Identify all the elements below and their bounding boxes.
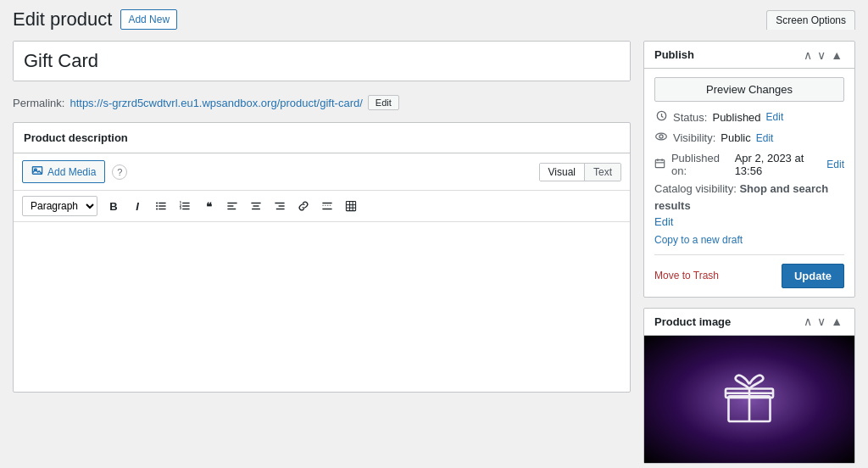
- status-edit-link[interactable]: Edit: [766, 111, 784, 123]
- product-image-title: Product image: [654, 315, 731, 328]
- preview-changes-button[interactable]: Preview Changes: [654, 77, 844, 102]
- unordered-list-button[interactable]: [150, 195, 172, 217]
- add-media-label: Add Media: [47, 166, 96, 178]
- visibility-label: Visibility:: [673, 131, 715, 144]
- description-postbox-title: Product description: [24, 131, 128, 144]
- publish-postbox-content: Preview Changes Status: Published Edit: [644, 69, 854, 297]
- published-value: Apr 2, 2023 at 13:56: [735, 152, 822, 177]
- italic-button[interactable]: I: [126, 195, 148, 217]
- status-value: Published: [712, 111, 760, 124]
- svg-rect-16: [227, 209, 236, 209]
- bold-button[interactable]: B: [103, 195, 125, 217]
- permalink-row: Permalink: https://s-grzrd5cwdtvrl.eu1.w…: [13, 92, 631, 112]
- visibility-edit-link[interactable]: Edit: [756, 132, 774, 144]
- svg-rect-22: [276, 209, 285, 209]
- help-icon[interactable]: ?: [112, 164, 127, 180]
- visibility-row: Visibility: Public Edit: [654, 131, 844, 145]
- svg-rect-4: [159, 209, 165, 209]
- status-icon: [654, 110, 668, 124]
- published-row: Published on: Apr 2, 2023 at 13:56 Edit: [654, 152, 844, 177]
- catalog-edit-link[interactable]: Edit: [654, 214, 844, 231]
- svg-rect-34: [656, 160, 665, 168]
- publish-meta: Status: Published Edit Visibility: Publi…: [654, 110, 844, 177]
- product-image-collapse-icons: ∧ ∨ ▲: [802, 315, 844, 327]
- svg-rect-15: [227, 205, 233, 206]
- product-image-collapse-down[interactable]: ∨: [815, 315, 827, 327]
- add-media-button[interactable]: Add Media: [22, 160, 105, 183]
- calendar-icon: [654, 158, 666, 171]
- catalog-label: Catalog visibility:: [654, 182, 737, 195]
- publish-postbox-title: Publish: [654, 48, 694, 61]
- svg-text:3: 3: [180, 206, 182, 210]
- page-title: Edit product: [13, 8, 112, 31]
- published-edit-link[interactable]: Edit: [826, 159, 844, 170]
- edit-permalink-button[interactable]: Edit: [368, 95, 399, 110]
- permalink-link[interactable]: https://s-grzrd5cwdtvrl.eu1.wpsandbox.or…: [70, 97, 362, 109]
- svg-rect-21: [279, 205, 285, 206]
- svg-rect-3: [159, 205, 165, 206]
- collapse-icons: ∧ ∨ ▲: [802, 49, 844, 61]
- editor-content[interactable]: [14, 222, 630, 392]
- product-image-preview[interactable]: [644, 336, 854, 463]
- align-center-button[interactable]: [245, 195, 267, 217]
- collapse-up-button[interactable]: ∧: [802, 49, 814, 61]
- description-postbox-header: Product description: [14, 123, 630, 153]
- copy-draft-link[interactable]: Copy to a new draft: [654, 234, 844, 246]
- align-left-button[interactable]: [221, 195, 243, 217]
- svg-point-33: [659, 135, 663, 138]
- table-button[interactable]: [340, 195, 362, 217]
- svg-rect-23: [322, 203, 331, 203]
- product-image-postbox: Product image ∧ ∨ ▲: [643, 308, 855, 464]
- ordered-list-button[interactable]: 123: [174, 195, 196, 217]
- collapse-down-button[interactable]: ∨: [815, 49, 827, 61]
- collapse-up-alt-button[interactable]: ▲: [829, 49, 844, 61]
- permalink-label: Permalink:: [13, 97, 64, 109]
- text-tab[interactable]: Text: [584, 164, 620, 181]
- svg-rect-14: [227, 203, 236, 203]
- visibility-value: Public: [721, 131, 750, 144]
- add-new-button[interactable]: Add New: [120, 9, 177, 30]
- product-image-collapse-up[interactable]: ∧: [802, 315, 814, 327]
- product-image-collapse-top[interactable]: ▲: [829, 315, 844, 327]
- svg-point-5: [156, 202, 158, 203]
- status-label: Status:: [673, 111, 707, 124]
- blockquote-button[interactable]: ❝: [198, 195, 220, 217]
- links-area: Copy to a new draft: [654, 234, 844, 246]
- svg-rect-26: [346, 201, 355, 210]
- link-button[interactable]: [292, 195, 314, 217]
- update-button[interactable]: Update: [782, 264, 844, 288]
- visual-text-tabs: Visual Text: [539, 163, 621, 181]
- svg-rect-20: [275, 203, 284, 203]
- svg-point-7: [156, 208, 158, 209]
- publish-postbox-header: Publish ∧ ∨ ▲: [644, 42, 854, 69]
- svg-rect-17: [251, 203, 260, 203]
- description-postbox: Product description Add Media: [13, 122, 631, 393]
- screen-options-button[interactable]: Screen Options: [766, 10, 855, 30]
- move-trash-link[interactable]: Move to Trash: [654, 270, 719, 281]
- add-media-icon: [31, 164, 43, 179]
- svg-rect-18: [253, 205, 259, 206]
- visual-tab[interactable]: Visual: [540, 164, 584, 181]
- catalog-visibility-row: Catalog visibility: Shop and search resu…: [654, 177, 844, 234]
- title-box: [13, 41, 631, 81]
- publish-postbox: Publish ∧ ∨ ▲ Preview Changes: [643, 41, 855, 298]
- svg-rect-8: [182, 203, 189, 203]
- svg-rect-19: [252, 209, 260, 209]
- visibility-icon: [654, 131, 668, 145]
- editor-toolbar-top: Add Media ? Visual Text: [14, 153, 630, 191]
- product-title-input[interactable]: [14, 42, 630, 81]
- paragraph-select[interactable]: Paragraph: [22, 196, 97, 216]
- more-button[interactable]: [316, 195, 338, 217]
- align-right-button[interactable]: [269, 195, 291, 217]
- svg-rect-24: [322, 209, 331, 209]
- product-image-postbox-header: Product image ∧ ∨ ▲: [644, 309, 854, 336]
- publish-actions: Move to Trash Update: [654, 254, 844, 288]
- svg-rect-9: [182, 205, 189, 206]
- status-row: Status: Published Edit: [654, 110, 844, 124]
- svg-point-6: [156, 205, 158, 207]
- gift-box-icon: [720, 368, 779, 430]
- svg-rect-10: [182, 209, 189, 209]
- published-label: Published on:: [671, 152, 730, 177]
- editor-toolbar-format: Paragraph B I 123 ❝: [14, 191, 630, 222]
- svg-rect-2: [159, 203, 165, 203]
